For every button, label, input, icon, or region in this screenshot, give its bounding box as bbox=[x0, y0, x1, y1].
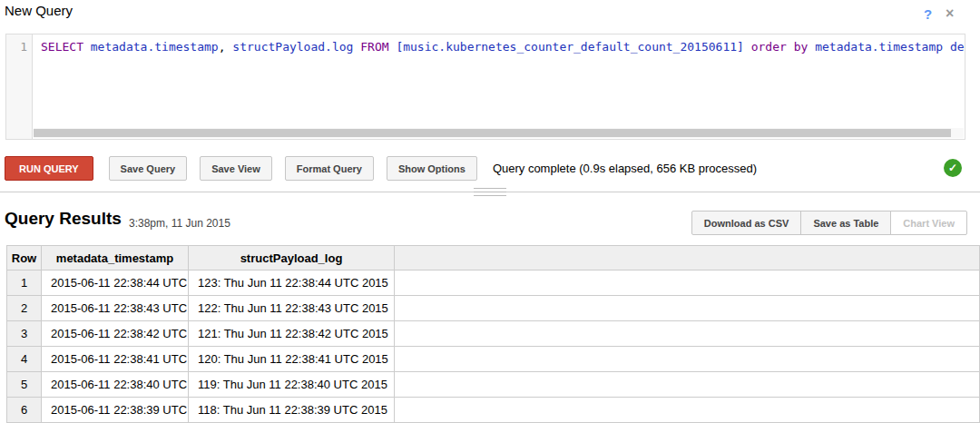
code-token: order bbox=[751, 40, 787, 54]
query-status-text: Query complete (0.9s elapsed, 656 KB pro… bbox=[493, 162, 757, 175]
data-cell: 2015-06-11 22:38:40 UTC bbox=[42, 372, 189, 398]
results-timestamp: 3:38pm, 11 Jun 2015 bbox=[129, 217, 230, 230]
pane-splitter[interactable] bbox=[0, 192, 980, 192]
data-cell-filler bbox=[395, 372, 980, 398]
query-success-check-icon[interactable]: ✓ bbox=[944, 159, 962, 177]
column-header: structPayload_log bbox=[189, 246, 395, 271]
code-token: FROM bbox=[360, 40, 388, 54]
data-cell-filler bbox=[395, 271, 980, 296]
table-row: 12015-06-11 22:38:44 UTC123: Thu Jun 11 … bbox=[7, 271, 980, 296]
help-icon[interactable]: ? bbox=[924, 6, 932, 22]
table-row: 32015-06-11 22:38:42 UTC121: Thu Jun 11 … bbox=[7, 321, 980, 347]
code-token: [music.kubernetes_counter_default_count_… bbox=[396, 40, 744, 54]
code-token: metadata.timestamp bbox=[815, 40, 943, 54]
data-cell: 2015-06-11 22:38:41 UTC bbox=[42, 347, 189, 372]
save-view-button[interactable]: Save View bbox=[200, 156, 272, 181]
chart-view-button: Chart View bbox=[890, 211, 967, 235]
table-row: 52015-06-11 22:38:40 UTC119: Thu Jun 11 … bbox=[7, 372, 980, 398]
query-toolbar: RUN QUERY Save Query Save View Format Qu… bbox=[5, 156, 980, 181]
scrollbar-thumb[interactable] bbox=[34, 129, 951, 137]
code-token bbox=[943, 40, 950, 54]
column-header-filler bbox=[395, 246, 980, 271]
line-number: 1 bbox=[20, 40, 27, 54]
code-token bbox=[744, 40, 751, 54]
results-title: Query Results bbox=[5, 209, 122, 229]
table-header-row: Rowmetadata_timestampstructPayload_log bbox=[7, 246, 980, 271]
row-number-cell: 1 bbox=[7, 271, 42, 296]
table-row: 22015-06-11 22:38:43 UTC122: Thu Jun 11 … bbox=[7, 296, 980, 321]
code-token: , bbox=[219, 40, 233, 54]
column-header: Row bbox=[7, 246, 42, 271]
row-number-cell: 3 bbox=[7, 321, 42, 347]
format-query-button[interactable]: Format Query bbox=[285, 156, 374, 181]
code-token bbox=[808, 40, 815, 54]
row-number-cell: 6 bbox=[7, 398, 42, 423]
data-cell: 2015-06-11 22:38:42 UTC bbox=[42, 321, 189, 347]
code-token: by bbox=[794, 40, 808, 54]
column-header: metadata_timestamp bbox=[42, 246, 189, 271]
data-cell: 120: Thu Jun 11 22:38:41 UTC 2015 bbox=[189, 347, 395, 372]
data-cell-filler bbox=[395, 296, 980, 321]
sql-query-line[interactable]: SELECT metadata.timestamp, structPayload… bbox=[34, 34, 965, 55]
close-icon[interactable]: × bbox=[946, 5, 954, 22]
data-cell: 2015-06-11 22:38:39 UTC bbox=[42, 398, 189, 423]
results-table: Rowmetadata_timestampstructPayload_log 1… bbox=[6, 245, 980, 423]
row-number-cell: 4 bbox=[7, 347, 42, 372]
page-title: New Query bbox=[5, 3, 73, 18]
code-token: structPayload.log bbox=[232, 40, 353, 54]
splitter-grip-icon[interactable] bbox=[474, 186, 506, 198]
data-cell: 123: Thu Jun 11 22:38:44 UTC 2015 bbox=[189, 271, 395, 296]
data-cell: 2015-06-11 22:38:44 UTC bbox=[42, 271, 189, 296]
editor-horizontal-scrollbar[interactable] bbox=[34, 128, 964, 138]
data-cell-filler bbox=[395, 347, 980, 372]
editor-gutter: 1 bbox=[6, 34, 33, 139]
sql-editor[interactable]: 1 SELECT metadata.timestamp, structPaylo… bbox=[5, 34, 965, 140]
table-row: 42015-06-11 22:38:41 UTC120: Thu Jun 11 … bbox=[7, 347, 980, 372]
row-number-cell: 2 bbox=[7, 296, 42, 321]
code-token bbox=[83, 40, 91, 54]
results-actions: Download as CSV Save as Table Chart View bbox=[691, 211, 967, 235]
data-cell-filler bbox=[395, 321, 980, 347]
data-cell: 118: Thu Jun 11 22:38:39 UTC 2015 bbox=[189, 398, 395, 423]
download-as-csv-button[interactable]: Download as CSV bbox=[691, 211, 802, 235]
data-cell: 121: Thu Jun 11 22:38:42 UTC 2015 bbox=[189, 321, 395, 347]
run-query-button[interactable]: RUN QUERY bbox=[5, 156, 93, 181]
code-token: SELECT bbox=[41, 40, 83, 54]
data-cell: 119: Thu Jun 11 22:38:40 UTC 2015 bbox=[189, 372, 395, 398]
data-cell: 122: Thu Jun 11 22:38:43 UTC 2015 bbox=[189, 296, 395, 321]
save-as-table-button[interactable]: Save as Table bbox=[800, 211, 891, 235]
row-number-cell: 5 bbox=[7, 372, 42, 398]
data-cell-filler bbox=[395, 398, 980, 423]
save-query-button[interactable]: Save Query bbox=[109, 156, 188, 181]
code-token bbox=[787, 40, 794, 54]
show-options-button[interactable]: Show Options bbox=[387, 156, 477, 181]
table-row: 62015-06-11 22:38:39 UTC118: Thu Jun 11 … bbox=[7, 398, 980, 423]
results-header: Query Results 3:38pm, 11 Jun 2015 Downlo… bbox=[5, 205, 967, 236]
code-token: metadata.timestamp bbox=[91, 40, 219, 54]
code-token: desc bbox=[950, 40, 965, 54]
data-cell: 2015-06-11 22:38:43 UTC bbox=[42, 296, 189, 321]
